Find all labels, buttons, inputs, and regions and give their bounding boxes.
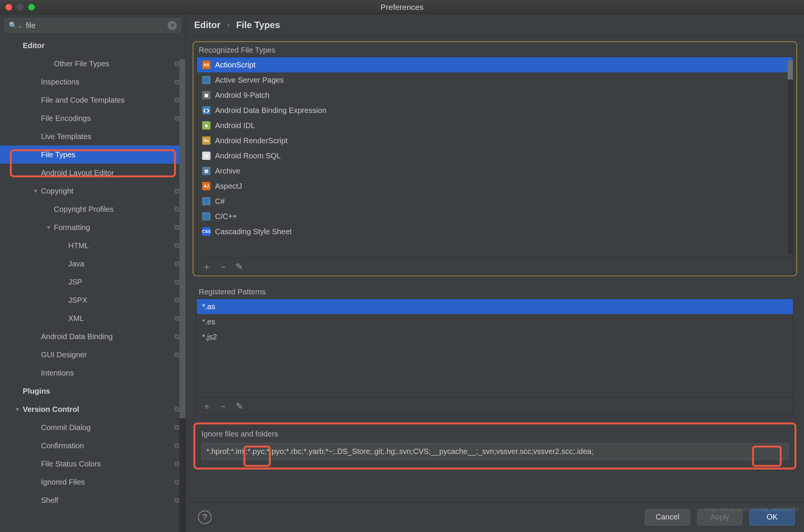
copy-profile-icon: ⧉: [174, 60, 179, 68]
filetype-item[interactable]: 👤Active Server Pages: [197, 72, 793, 88]
add-button[interactable]: ＋: [202, 262, 211, 271]
breadcrumb-root[interactable]: Editor: [194, 20, 220, 30]
sidebar-item-jspx[interactable]: JSPX⧉: [0, 291, 185, 309]
list-scrollbar[interactable]: [788, 60, 793, 254]
minimize-window-button[interactable]: [17, 4, 24, 11]
filetype-item[interactable]: CSSCascading Style Sheet: [197, 224, 793, 239]
sidebar-item-jsp[interactable]: JSP⧉: [0, 273, 185, 291]
watermark: https://blog.csdn.net/qq_48003099: [705, 506, 799, 512]
sidebar-item-live-templates[interactable]: Live Templates: [0, 127, 185, 146]
sidebar-item-label: Shelf: [41, 496, 174, 505]
sidebar-item-copyright[interactable]: ▼Copyright⧉: [0, 182, 185, 200]
sidebar-item-other-file-types[interactable]: Other File Types⧉: [0, 55, 185, 73]
filetype-item[interactable]: ≣Android Room SQL: [197, 148, 793, 163]
sidebar-item-xml[interactable]: XML⧉: [0, 309, 185, 327]
edit-button[interactable]: ✎: [236, 402, 243, 411]
sidebar-item-gui-designer[interactable]: GUI Designer⧉: [0, 346, 185, 364]
sidebar-item-label: Live Templates: [41, 132, 179, 141]
titlebar: Preferences: [0, 0, 804, 14]
clear-search-button[interactable]: ✕: [168, 21, 177, 30]
edit-button[interactable]: ✎: [236, 262, 243, 271]
main-panel: Editor › File Types Recognized File Type…: [186, 14, 804, 532]
sidebar-item-version-control[interactable]: ▼Version Control⧉: [0, 400, 185, 418]
filetype-icon: ◆: [202, 121, 210, 130]
sidebar-item-commit-dialog[interactable]: Commit Dialog⧉: [0, 418, 185, 437]
sidebar-item-shelf[interactable]: Shelf⧉: [0, 491, 185, 509]
filetype-icon: CSS: [202, 227, 210, 236]
copy-profile-icon: ⧉: [174, 478, 179, 486]
sidebar-item-label: Java: [68, 260, 174, 268]
filetype-item[interactable]: AJAspectJ: [197, 178, 793, 194]
pattern-item[interactable]: *.js2: [197, 329, 793, 344]
filetype-label: Android 9-Patch: [215, 91, 269, 100]
help-button[interactable]: ?: [198, 510, 212, 524]
copy-profile-icon: ⧉: [174, 333, 179, 341]
filetype-label: Active Server Pages: [215, 76, 284, 84]
remove-button[interactable]: －: [219, 262, 228, 271]
sidebar-item-java[interactable]: Java⧉: [0, 255, 185, 273]
scrollbar-thumb[interactable]: [179, 59, 185, 418]
search-box[interactable]: 🔍⌄ ✕: [5, 18, 181, 33]
sidebar-item-formatting[interactable]: ▼Formatting⧉: [0, 218, 185, 236]
sidebar-item-copyright-profiles[interactable]: Copyright Profiles⧉: [0, 200, 185, 218]
filetype-item[interactable]: ▥Archive: [197, 163, 793, 178]
copy-profile-icon: ⧉: [174, 187, 179, 195]
sidebar-item-android-layout-editor[interactable]: Android Layout Editor: [0, 164, 185, 182]
recognized-list[interactable]: ASActionScript👤Active Server Pages▦Andro…: [196, 57, 793, 275]
search-input[interactable]: [26, 21, 165, 30]
filetype-item[interactable]: 👤C/C++: [197, 209, 793, 224]
sidebar-item-label: Inspections: [41, 78, 174, 86]
sidebar-item-html[interactable]: HTML⧉: [0, 236, 185, 255]
ignore-input[interactable]: [201, 443, 788, 460]
copy-profile-icon: ⧉: [174, 351, 179, 359]
sidebar-item-plugins[interactable]: Plugins: [0, 382, 185, 400]
sidebar-item-label: File Types: [41, 150, 179, 159]
filetype-icon: AJ: [202, 182, 210, 190]
sidebar-item-label: Version Control: [23, 405, 174, 414]
patterns-list[interactable]: *.as*.es*.js2 ＋ － ✎: [196, 299, 793, 415]
pattern-item[interactable]: *.es: [197, 314, 793, 329]
sidebar-item-intentions[interactable]: Intentions: [0, 364, 185, 382]
filetype-icon: 👤: [202, 76, 210, 84]
sidebar-item-label: GUI Designer: [41, 350, 174, 359]
copy-profile-icon: ⧉: [174, 205, 179, 213]
settings-tree[interactable]: EditorOther File Types⧉Inspections⧉File …: [0, 36, 185, 532]
sidebar-item-editor[interactable]: Editor: [0, 36, 185, 55]
sidebar-item-ignored-files[interactable]: Ignored Files⧉: [0, 473, 185, 491]
copy-profile-icon: ⧉: [174, 496, 179, 504]
sidebar-item-file-and-code-templates[interactable]: File and Code Templates⧉: [0, 91, 185, 109]
copy-profile-icon: ⧉: [174, 405, 179, 413]
cancel-button[interactable]: Cancel: [645, 509, 690, 526]
sidebar-item-label: File Status Colors: [41, 460, 174, 468]
tree-scrollbar[interactable]: [179, 59, 185, 532]
add-button[interactable]: ＋: [202, 402, 211, 411]
sidebar-item-android-data-binding[interactable]: Android Data Binding⧉: [0, 327, 185, 346]
zoom-window-button[interactable]: [28, 4, 35, 11]
filetype-item[interactable]: ◆Android IDL: [197, 118, 793, 133]
close-window-button[interactable]: [5, 4, 12, 11]
registered-patterns-panel: Registered Patterns *.as*.es*.js2 ＋ － ✎: [193, 283, 797, 416]
filetype-item[interactable]: ❮❯Android Data Binding Expression: [197, 103, 793, 118]
filetype-label: Android IDL: [215, 121, 255, 130]
filetype-item[interactable]: 👤C#: [197, 194, 793, 209]
filetype-label: C/C++: [215, 212, 237, 221]
filetype-item[interactable]: RsAndroid RenderScript: [197, 133, 793, 148]
sidebar-item-label: File Encodings: [41, 114, 174, 123]
filetype-icon: ❮❯: [202, 106, 210, 114]
filetype-item[interactable]: ASActionScript: [197, 57, 793, 72]
filetype-label: ActionScript: [215, 61, 256, 69]
sidebar-item-file-encodings[interactable]: File Encodings⧉: [0, 109, 185, 127]
pattern-item[interactable]: *.as: [197, 299, 793, 314]
breadcrumb-leaf: File Types: [236, 20, 280, 30]
sidebar-item-file-status-colors[interactable]: File Status Colors⧉: [0, 455, 185, 473]
copy-profile-icon: ⧉: [174, 315, 179, 322]
filetype-item[interactable]: ▦Android 9-Patch: [197, 88, 793, 103]
scrollbar-thumb[interactable]: [788, 60, 793, 80]
filetype-icon: ▥: [202, 167, 210, 175]
remove-button[interactable]: －: [219, 402, 228, 411]
filetype-label: Android Room SQL: [215, 152, 281, 160]
sidebar-item-confirmation[interactable]: Confirmation⧉: [0, 437, 185, 455]
sidebar-item-inspections[interactable]: Inspections⧉: [0, 73, 185, 91]
sidebar-item-file-types[interactable]: File Types: [0, 146, 185, 164]
breadcrumb: Editor › File Types: [186, 14, 804, 36]
